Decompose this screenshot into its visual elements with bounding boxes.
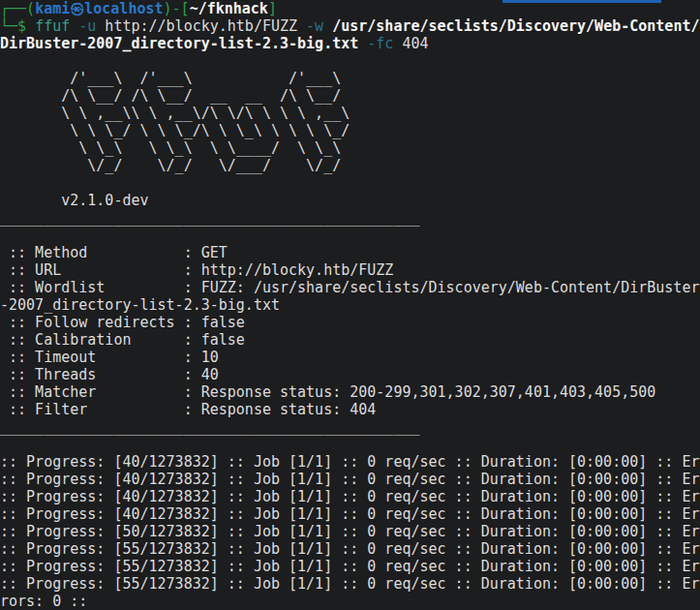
blank-line	[0, 52, 699, 70]
terminal-output: ┌──(kami㉿localhost)-[~/fknhack]└─$ ffuf …	[0, 0, 699, 610]
progress-line: :: Progress: [40/1273832] :: Job [1/1] :…	[0, 505, 699, 523]
command-line: └─$ ffuf -u http://blocky.htb/FUZZ -w /u…	[0, 17, 699, 35]
terminal-window[interactable]: ┌──(kami㉿localhost)-[~/fknhack]└─$ ffuf …	[0, 0, 700, 610]
config-wordlist-wrap-line: -2007_directory-list-2.3-big.txt	[0, 296, 699, 314]
config-url-line: :: URL : http://blocky.htb/FUZZ	[0, 261, 699, 279]
separator-line: ________________________________________…	[0, 418, 699, 436]
config-method-line: :: Method : GET	[0, 244, 699, 261]
banner-art-line: \ \ \_/ \ \ \_/\ \ \_\ \ \ \ \_/	[0, 122, 699, 139]
blank-line	[0, 227, 699, 244]
command-line-wrap: DirBuster-2007_directory-list-2.3-big.tx…	[0, 35, 699, 52]
config-calibration-line: :: Calibration : false	[0, 331, 699, 349]
blank-line	[0, 436, 699, 453]
separator-line: ________________________________________…	[0, 209, 699, 227]
config-wordlist-line: :: Wordlist : FUZZ: /usr/share/seclists/…	[0, 279, 699, 296]
config-matcher-line: :: Matcher : Response status: 200-299,30…	[0, 383, 699, 401]
window-accent-bar	[502, 0, 661, 3]
banner-art-line: /\ \__/ /\ \__/ __ __ /\ \__/	[0, 87, 699, 105]
progress-line: :: Progress: [40/1273832] :: Job [1/1] :…	[0, 471, 699, 488]
progress-line: :: Progress: [40/1273832] :: Job [1/1] :…	[0, 453, 699, 471]
version-line: v2.1.0-dev	[0, 192, 699, 209]
progress-line: :: Progress: [40/1273832] :: Job [1/1] :…	[0, 488, 699, 505]
progress-wrap-line: rors: 0 ::	[0, 593, 699, 610]
progress-line: :: Progress: [50/1273832] :: Job [1/1] :…	[0, 523, 699, 540]
progress-line: :: Progress: [55/1273832] :: Job [1/1] :…	[0, 575, 699, 593]
banner-art-line: \ \_\ \ \_\ \ \____/ \ \_\	[0, 139, 699, 157]
config-threads-line: :: Threads : 40	[0, 366, 699, 383]
config-timeout-line: :: Timeout : 10	[0, 349, 699, 366]
blank-line	[0, 174, 699, 192]
progress-line: :: Progress: [55/1273832] :: Job [1/1] :…	[0, 558, 699, 575]
config-follow-redirects-line: :: Follow redirects : false	[0, 314, 699, 331]
config-filter-line: :: Filter : Response status: 404	[0, 401, 699, 418]
banner-art-line: \/_/ \/_/ \/___/ \/_/	[0, 157, 699, 174]
banner-art-line: \ \ ,__\\ \ ,__\/\ \/\ \ \ \ ,__\	[0, 105, 699, 122]
banner-art-line: /'___\ /'___\ /'___\	[0, 70, 699, 87]
progress-line: :: Progress: [55/1273832] :: Job [1/1] :…	[0, 540, 699, 558]
